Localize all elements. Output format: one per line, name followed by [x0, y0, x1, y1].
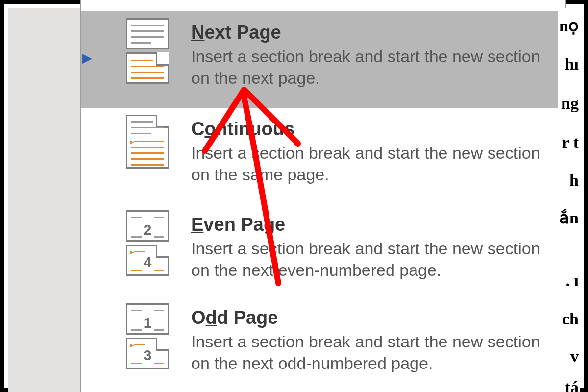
- menu-item-even-page[interactable]: 2 4 ▶ Even Page Insert a section break a…: [81, 203, 565, 296]
- menu-item-odd-page[interactable]: 1 3 ▶ Odd Page Insert a section break an…: [81, 296, 565, 390]
- continuous-icon: ▶: [86, 112, 169, 169]
- ribbon-gutter: [8, 8, 80, 392]
- section-breaks-menu: ▶ Next Page Insert a section: [80, 0, 566, 392]
- submenu-indicator-icon: ▶: [82, 50, 92, 66]
- odd-page-icon: 1 3 ▶: [86, 300, 169, 369]
- menu-item-title: Next Page: [191, 15, 558, 43]
- menu-item-description: Insert a section break and start the new…: [191, 46, 558, 89]
- menu-item-title: Continuous: [191, 112, 558, 140]
- menu-item-next-page[interactable]: ▶ Next Page Insert a section: [81, 11, 565, 108]
- background-document-text: nọ hı ng r t h ắn . ı ch v tá: [558, 8, 580, 392]
- menu-item-continuous[interactable]: ▶ Continuous Insert a section break and …: [81, 108, 565, 203]
- menu-item-description: Insert a section break and start the new…: [191, 143, 558, 185]
- menu-item-title: Odd Page: [191, 300, 558, 328]
- menu-item-title: Even Page: [191, 207, 558, 235]
- next-page-icon: [86, 15, 169, 84]
- even-page-icon: 2 4 ▶: [86, 207, 169, 276]
- menu-item-description: Insert a section break and start the new…: [191, 331, 558, 374]
- screenshot-frame: ▶ Next Page Insert a section: [0, 0, 588, 392]
- menu-item-description: Insert a section break and start the new…: [191, 238, 558, 281]
